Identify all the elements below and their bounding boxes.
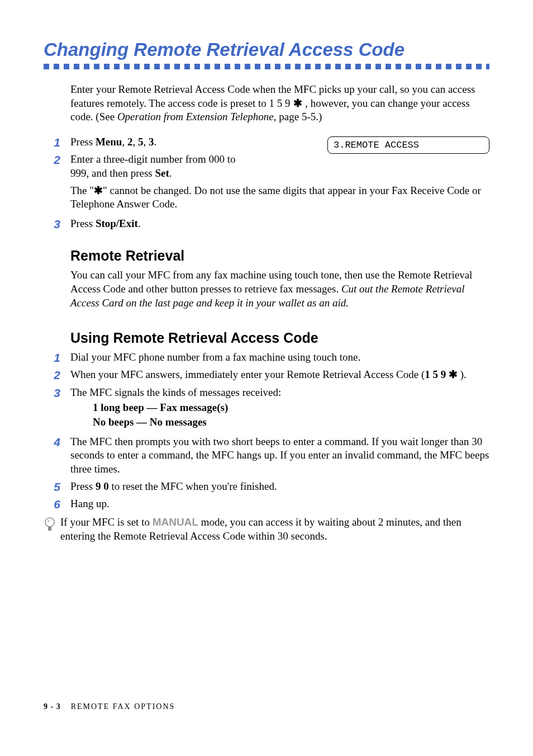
step-number: 4 <box>44 435 70 449</box>
step-number: 1 <box>44 135 70 149</box>
text: , <box>132 136 138 148</box>
star-char: ✱ <box>449 368 458 380</box>
step-number: 2 <box>44 153 70 167</box>
key-label: Set <box>155 167 169 179</box>
signal-item: 1 long beep — Fax message(s) <box>93 400 489 415</box>
signal-list: 1 long beep — Fax message(s) No beeps — … <box>93 400 489 429</box>
key-label: 9 0 <box>96 480 109 492</box>
text: ). <box>458 368 467 380</box>
heading-using-access-code: Using Remote Retrieval Access Code <box>70 330 489 346</box>
step-body: Enter a three-digit number from 000 to 9… <box>70 153 244 180</box>
heading-remote-retrieval: Remote Retrieval <box>70 248 489 264</box>
step-number: 6 <box>44 497 70 511</box>
text: Enter a three-digit number from 000 to 9… <box>70 153 235 179</box>
title-rule <box>44 64 489 69</box>
lcd-display: 3.REMOTE ACCESS <box>327 136 489 154</box>
code: 1 5 9 <box>425 368 449 380</box>
using-step-3: 3 The MFC signals the kinds of messages … <box>44 386 489 429</box>
step-3: 3 Press Stop/Exit. <box>44 217 489 231</box>
step-body: Press Menu, 2, 5, 3. <box>70 135 316 149</box>
text: . <box>169 167 172 179</box>
text: , page 5-5.) <box>274 111 322 122</box>
key-label: Stop/Exit <box>96 218 138 229</box>
text: The MFC signals the kinds of messages re… <box>70 386 281 398</box>
step-body: The MFC signals the kinds of messages re… <box>70 386 489 429</box>
section-name: REMOTE FAX OPTIONS <box>71 702 175 711</box>
reference-italic: Operation from Extension Telephone <box>117 111 274 122</box>
text: to reset the MFC when you're finished. <box>109 480 277 492</box>
step-body: Hang up. <box>70 497 489 511</box>
text: , <box>122 136 127 148</box>
step-body: The MFC then prompts you with two short … <box>70 435 489 476</box>
step-number: 3 <box>44 217 70 231</box>
step-number: 2 <box>44 368 70 382</box>
step-body: Press Stop/Exit. <box>70 217 489 231</box>
using-step-5: 5 Press 9 0 to reset the MFC when you're… <box>44 480 489 494</box>
lightbulb-icon <box>44 516 60 535</box>
signal-item: No beeps — No messages <box>93 415 489 429</box>
using-step-2: 2 When your MFC answers, immediately ent… <box>44 368 489 382</box>
manual-mode-label: MANUAL <box>153 516 198 528</box>
step-body: The "✱" cannot be changed. Do not use th… <box>70 184 489 211</box>
using-step-6: 6 Hang up. <box>44 497 489 511</box>
using-step-4: 4 The MFC then prompts you with two shor… <box>44 435 489 476</box>
text: Press <box>70 136 96 148</box>
svg-point-0 <box>45 518 54 527</box>
text: Press <box>70 480 96 492</box>
text: " cannot be changed. Do not use the same… <box>70 185 481 210</box>
step-2: 2 Enter a three-digit number from 000 to… <box>44 153 316 180</box>
text: . <box>138 218 141 229</box>
text: The " <box>70 185 94 196</box>
star-char: ✱ <box>291 97 306 109</box>
star-char: ✱ <box>94 185 103 196</box>
step-number: 3 <box>44 386 70 400</box>
step-number: 5 <box>44 480 70 494</box>
step-body: Press 9 0 to reset the MFC when you're f… <box>70 480 489 494</box>
step-body: Dial your MFC phone number from a fax ma… <box>70 351 489 365</box>
page-title: Changing Remote Retrieval Access Code <box>44 39 489 60</box>
using-step-1: 1 Dial your MFC phone number from a fax … <box>44 351 489 365</box>
key-label: Menu <box>96 136 122 148</box>
remote-retrieval-paragraph: You can call your MFC from any fax machi… <box>70 268 489 310</box>
text: . <box>154 136 156 148</box>
tip-note: If your MFC is set to MANUAL mode, you c… <box>44 516 489 543</box>
intro-paragraph: Enter your Remote Retrieval Access Code … <box>70 83 489 124</box>
page-number: 9 - 3 <box>44 702 61 711</box>
step-2-continued: The "✱" cannot be changed. Do not use th… <box>44 184 489 211</box>
text: When your MFC answers, immediately enter… <box>70 368 425 380</box>
svg-rect-1 <box>48 527 51 531</box>
step-body: When your MFC answers, immediately enter… <box>70 368 489 382</box>
key-label: 2 <box>127 136 133 148</box>
key-label: 3 <box>149 136 154 148</box>
key-label: 5 <box>138 136 144 148</box>
tip-body: If your MFC is set to MANUAL mode, you c… <box>60 516 489 543</box>
page-footer: 9 - 3REMOTE FAX OPTIONS <box>44 702 175 711</box>
text: Press <box>70 218 96 229</box>
text: If your MFC is set to <box>60 516 153 528</box>
text: , <box>143 136 149 148</box>
step-number: 1 <box>44 351 70 365</box>
step-1: 1 Press Menu, 2, 5, 3. <box>44 135 316 149</box>
